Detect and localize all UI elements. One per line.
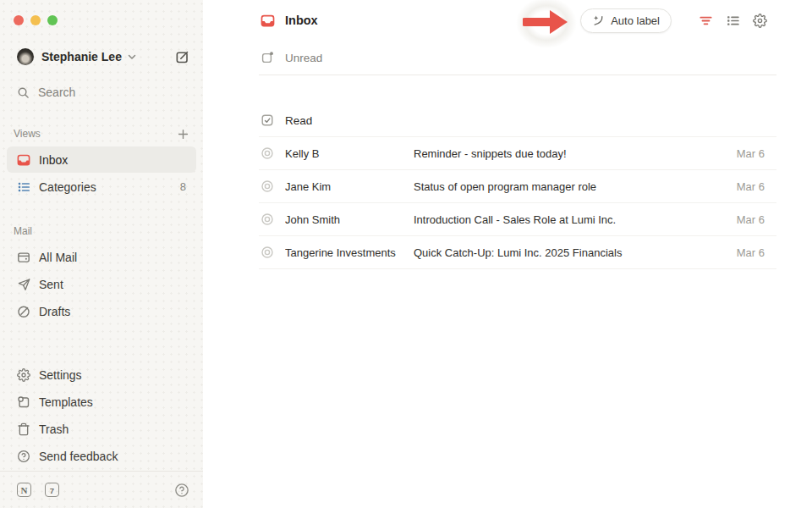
- auto-label-label: Auto label: [611, 14, 660, 27]
- inbox-icon: [17, 153, 30, 167]
- red-arrow-annotation: [523, 8, 568, 38]
- email-sender: Tangerine Investments: [285, 246, 414, 259]
- auto-label-button[interactable]: Auto label: [580, 8, 672, 33]
- read-status-icon: [261, 179, 274, 193]
- inbox-icon: [261, 14, 275, 28]
- group-gap: [203, 75, 812, 104]
- group-label: Unread: [285, 52, 322, 64]
- unread-icon: [261, 51, 274, 64]
- all-mail-icon: [17, 251, 30, 264]
- inbox-header: Inbox Auto label: [203, 0, 812, 41]
- views-section-title: Views: [14, 128, 41, 140]
- settings-gear-icon: [17, 368, 30, 382]
- group-label: Read: [285, 114, 312, 127]
- inbox-toolbar: Auto label: [523, 3, 770, 38]
- email-sender: Jane Kim: [285, 180, 414, 193]
- email-subject: Status of open program manager role: [414, 180, 723, 193]
- sidebar-item-settings[interactable]: Settings: [7, 362, 196, 388]
- row-divider: [259, 268, 776, 269]
- email-row[interactable]: Tangerine Investments Quick Catch-Up: Lu…: [203, 236, 812, 268]
- settings-gear-icon: [753, 14, 767, 28]
- email-sender: John Smith: [285, 213, 414, 226]
- search-button[interactable]: Search: [17, 81, 189, 103]
- email-subject: Reminder - snippets due today!: [414, 147, 723, 160]
- templates-icon: [17, 395, 30, 409]
- search-label: Search: [38, 86, 75, 99]
- filter-icon: [699, 14, 713, 28]
- user-avatar: [17, 48, 34, 65]
- add-view-button[interactable]: [177, 128, 189, 141]
- sidebar-footer: N 7: [0, 471, 203, 508]
- sidebar-item-label: Send feedback: [39, 450, 118, 463]
- account-switcher[interactable]: Stephanie Lee: [17, 46, 189, 68]
- trash-icon: [17, 422, 30, 436]
- sidebar-item-label: Templates: [39, 395, 93, 409]
- sidebar-item-inbox[interactable]: Inbox: [7, 146, 196, 173]
- compose-icon: [175, 50, 189, 64]
- right-arrow-icon: [523, 8, 568, 36]
- categories-count-badge: 8: [180, 180, 186, 193]
- minimize-window-button[interactable]: [30, 15, 41, 25]
- compose-button[interactable]: [175, 50, 189, 64]
- help-button[interactable]: [174, 483, 189, 498]
- email-subject: Quick Catch-Up: Lumi Inc. 2025 Financial…: [414, 246, 723, 259]
- sidebar-item-templates[interactable]: Templates: [7, 389, 196, 415]
- read-group-header[interactable]: Read: [203, 104, 812, 136]
- view-settings-button[interactable]: [749, 10, 770, 30]
- search-icon: [17, 86, 30, 99]
- drafts-icon: [17, 305, 30, 318]
- read-checkbox-icon: [261, 113, 274, 127]
- list-view-button[interactable]: [722, 10, 743, 30]
- views-section-header: Views: [14, 125, 189, 142]
- email-subject: Introduction Call - Sales Role at Lumi I…: [414, 213, 723, 226]
- read-status-icon: [261, 213, 274, 226]
- auto-label-sparkle-icon: [592, 14, 605, 27]
- sidebar-item-label: Categories: [39, 180, 96, 194]
- plus-icon: [177, 128, 189, 141]
- sidebar-item-label: Sent: [39, 278, 63, 291]
- sent-icon: [17, 278, 30, 291]
- profile-name: Stephanie Lee: [41, 50, 122, 64]
- sidebar-item-all-mail[interactable]: All Mail: [7, 244, 196, 270]
- notion-logo-button[interactable]: N: [17, 483, 31, 497]
- mail-section-title: Mail: [14, 225, 32, 237]
- page-title: Inbox: [285, 14, 318, 27]
- read-status-icon: [261, 246, 274, 259]
- email-sender: Kelly B: [285, 147, 414, 160]
- list-view-icon: [726, 14, 740, 28]
- sidebar-item-label: Inbox: [39, 153, 68, 167]
- help-circle-icon: [174, 483, 189, 498]
- filter-button[interactable]: [695, 10, 716, 30]
- calendar-icon[interactable]: 7: [45, 483, 59, 497]
- categories-icon: [17, 180, 30, 194]
- email-date: Mar 6: [737, 213, 765, 226]
- email-date: Mar 6: [737, 246, 765, 259]
- zoom-window-button[interactable]: [47, 15, 58, 25]
- unread-group-header[interactable]: Unread: [203, 41, 812, 75]
- close-window-button[interactable]: [14, 15, 24, 25]
- mail-list: All Mail Sent Drafts: [0, 243, 203, 325]
- sidebar-item-sent[interactable]: Sent: [7, 271, 196, 297]
- sidebar-item-send-feedback[interactable]: Send feedback: [7, 443, 196, 469]
- sidebar: Stephanie Lee Search Views Inbox: [0, 0, 203, 508]
- views-list: Inbox Categories 8: [0, 146, 203, 201]
- help-circle-icon: [17, 450, 30, 463]
- sidebar-item-trash[interactable]: Trash: [7, 416, 196, 442]
- email-row[interactable]: Jane Kim Status of open program manager …: [203, 170, 812, 202]
- window-controls: [0, 0, 203, 25]
- sidebar-item-label: Settings: [39, 368, 82, 382]
- chevron-down-icon: [128, 54, 136, 60]
- sidebar-item-drafts[interactable]: Drafts: [7, 298, 196, 324]
- sidebar-item-label: All Mail: [39, 251, 77, 264]
- email-row[interactable]: John Smith Introduction Call - Sales Rol…: [203, 203, 812, 235]
- email-date: Mar 6: [737, 180, 765, 193]
- mail-app-window: Stephanie Lee Search Views Inbox: [0, 0, 812, 508]
- sidebar-item-categories[interactable]: Categories 8: [7, 174, 196, 200]
- email-row[interactable]: Kelly B Reminder - snippets due today! M…: [203, 137, 812, 169]
- inbox-panel: Inbox Auto label: [203, 0, 812, 508]
- tools-list: Settings Templates Trash Send feedback: [0, 361, 203, 470]
- read-status-icon: [261, 146, 274, 160]
- mail-section-header: Mail: [14, 223, 189, 240]
- sidebar-item-label: Drafts: [39, 305, 70, 318]
- email-date: Mar 6: [737, 147, 765, 160]
